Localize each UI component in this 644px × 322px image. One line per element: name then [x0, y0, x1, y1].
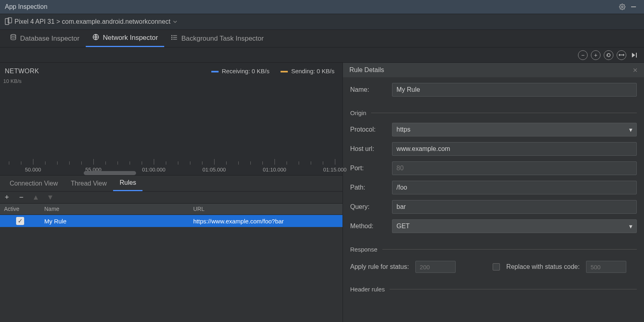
- svg-point-4: [11, 35, 16, 37]
- rule-details-pane: Rule Details × Name: Origin Protocol: ht…: [343, 63, 644, 322]
- zoom-selection-button[interactable]: ⟷: [617, 50, 626, 60]
- gear-icon[interactable]: [617, 1, 628, 12]
- apply-rule-label: Apply rule for status:: [350, 263, 409, 270]
- tab-label: Network Inspector: [103, 34, 158, 42]
- apply-rule-status-input[interactable]: [415, 261, 456, 273]
- database-icon: [10, 34, 17, 43]
- timeline-tick-label: 01:00.000: [142, 167, 165, 173]
- active-checkbox[interactable]: ✓: [16, 217, 24, 225]
- close-icon[interactable]: ×: [633, 66, 638, 75]
- query-label: Query:: [350, 203, 388, 211]
- timeline-tick-label: 01:10.000: [263, 167, 286, 173]
- details-title: Rule Details: [349, 66, 384, 74]
- timeline-tick-label: 01:15.000: [323, 167, 347, 173]
- svg-rect-1: [631, 6, 636, 7]
- go-to-live-button[interactable]: [630, 50, 639, 60]
- name-input[interactable]: [392, 83, 637, 97]
- name-label: Name:: [350, 86, 388, 93]
- path-input[interactable]: [392, 181, 637, 194]
- tab-network-inspector[interactable]: Network Inspector: [86, 30, 164, 47]
- svg-point-11: [172, 39, 173, 40]
- header-url[interactable]: URL: [189, 204, 343, 215]
- tab-background-inspector[interactable]: Background Task Inspector: [164, 30, 270, 47]
- chevron-down-icon: [173, 19, 178, 25]
- move-down-button[interactable]: ▼: [47, 193, 54, 202]
- query-input[interactable]: [392, 200, 637, 214]
- timeline-tick-label: 50.000: [25, 167, 41, 173]
- chart-yaxis-label: 10 KB/s: [3, 78, 22, 84]
- reset-zoom-button[interactable]: [604, 50, 613, 60]
- row-url: https://www.example.com/foo?bar: [189, 216, 343, 227]
- zoom-in-button[interactable]: +: [591, 50, 601, 60]
- protocol-select[interactable]: https ▾: [392, 123, 637, 136]
- tab-rules[interactable]: Rules: [113, 175, 142, 191]
- chart-title: NETWORK: [5, 68, 39, 75]
- network-toolbar: − + ⟷: [0, 47, 644, 63]
- timeline[interactable]: 50.00055.00001:00.00001:05.00001:10.0000…: [0, 157, 343, 173]
- port-label: Port:: [350, 165, 388, 172]
- chevron-down-icon: ▾: [629, 126, 632, 134]
- port-input[interactable]: [392, 161, 637, 175]
- device-icon: [5, 17, 12, 27]
- replace-status-input[interactable]: [586, 261, 626, 273]
- rules-table: Active Name URL ✓ My Rule https://www.ex…: [0, 204, 343, 322]
- origin-section-label: Origin: [350, 109, 366, 116]
- path-label: Path:: [350, 184, 388, 191]
- method-select[interactable]: GET ▾: [392, 219, 637, 233]
- header-active[interactable]: Active: [0, 204, 40, 215]
- header-name[interactable]: Name: [40, 204, 189, 215]
- host-input[interactable]: [392, 142, 637, 156]
- panel-title: App Inspection: [5, 3, 617, 10]
- titlebar: App Inspection: [0, 0, 644, 14]
- replace-checkbox[interactable]: [493, 263, 500, 270]
- svg-point-0: [621, 6, 623, 8]
- minimize-icon[interactable]: [628, 1, 639, 12]
- table-row[interactable]: ✓ My Rule https://www.example.com/foo?ba…: [0, 215, 343, 227]
- lower-tabs: Connection View Thread View Rules: [0, 175, 343, 192]
- svg-rect-12: [636, 53, 637, 58]
- left-pane: NETWORK 10 KB/s Receiving: 0 KB/s Sendin…: [0, 63, 343, 322]
- sending-swatch: [281, 71, 288, 72]
- tab-label: Background Task Inspector: [181, 35, 264, 43]
- tab-database-inspector[interactable]: Database Inspector: [3, 30, 86, 47]
- details-header: Rule Details ×: [343, 63, 644, 77]
- zoom-out-button[interactable]: −: [578, 50, 588, 60]
- tab-connection-view[interactable]: Connection View: [3, 175, 64, 191]
- tab-thread-view[interactable]: Thread View: [64, 175, 114, 191]
- globe-icon: [92, 33, 99, 43]
- tab-label: Database Inspector: [20, 35, 79, 43]
- add-rule-button[interactable]: +: [3, 193, 10, 202]
- host-label: Host url:: [350, 145, 388, 153]
- receiving-swatch: [211, 71, 219, 72]
- network-chart[interactable]: NETWORK 10 KB/s Receiving: 0 KB/s Sendin…: [0, 63, 343, 175]
- replace-label: Replace with status code:: [506, 263, 580, 270]
- inspector-tabs: Database Inspector Network Inspector Bac…: [0, 30, 644, 47]
- timeline-scrollbar-thumb[interactable]: [84, 171, 136, 175]
- svg-point-10: [172, 37, 173, 38]
- breadcrumb[interactable]: Pixel 4 API 31 > com.example.android.net…: [0, 14, 644, 30]
- rules-toolbar: + − ▲ ▼: [0, 192, 343, 204]
- row-name: My Rule: [40, 216, 189, 227]
- timeline-tick-label: 01:05.000: [202, 167, 226, 173]
- list-icon: [171, 34, 178, 43]
- move-up-button[interactable]: ▲: [32, 193, 39, 202]
- svg-point-9: [172, 35, 173, 36]
- response-section-label: Response: [350, 246, 378, 253]
- chart-legend: Receiving: 0 KB/s Sending: 0 KB/s: [211, 68, 334, 74]
- protocol-label: Protocol:: [350, 126, 388, 133]
- remove-rule-button[interactable]: −: [18, 193, 25, 202]
- chevron-down-icon: ▾: [629, 223, 632, 230]
- table-header: Active Name URL: [0, 204, 343, 215]
- breadcrumb-text: Pixel 4 API 31 > com.example.android.net…: [14, 18, 170, 25]
- header-rules-section-label: Header rules: [350, 286, 385, 293]
- method-label: Method:: [350, 223, 388, 230]
